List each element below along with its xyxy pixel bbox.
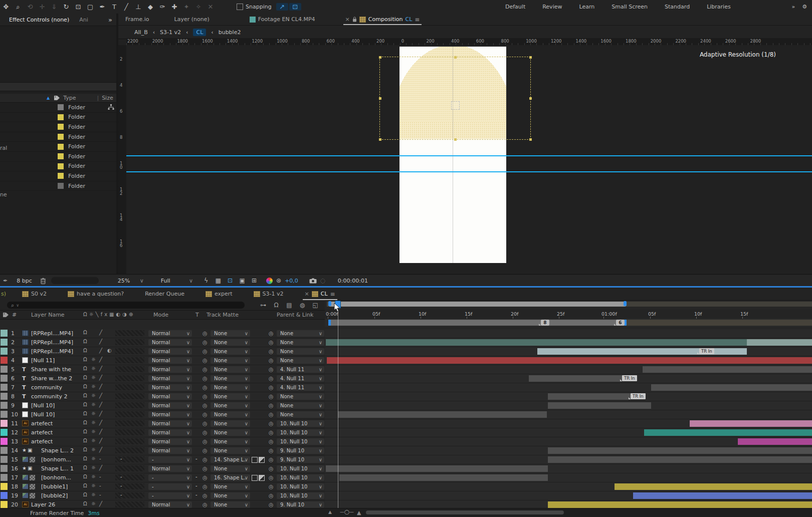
composition-marker-8[interactable]: 8 — [541, 320, 549, 326]
collapse-switch[interactable]: ☼ — [91, 375, 96, 380]
timeline-tab-have-a-question-[interactable]: have a question? — [63, 288, 129, 300]
trash-icon[interactable] — [40, 278, 46, 284]
track-matte-dropdown[interactable]: None∨ — [211, 492, 250, 499]
collapse-switch[interactable]: ☼ — [91, 420, 96, 425]
layer-label-chip[interactable] — [1, 447, 8, 454]
marquee-blue-tool-icon[interactable]: ⊡ — [289, 3, 301, 11]
snapping-checkbox[interactable] — [237, 4, 243, 10]
track-matte-dropdown[interactable]: None∨ — [211, 375, 250, 382]
blend-mode-dropdown[interactable]: Normal∨ — [148, 348, 192, 355]
selection-handle[interactable] — [379, 138, 381, 141]
layer-row-12[interactable]: 12AiartefectΩ☼╱Normal∨◎None∨◎10. Null 10… — [0, 428, 325, 437]
parent-pickwhip-icon[interactable]: ◎ — [269, 429, 274, 436]
shy-switch[interactable]: Ω — [83, 402, 87, 407]
layer-duration-bar[interactable] — [738, 438, 812, 445]
breadcrumb-item-cl[interactable]: CL — [193, 29, 206, 36]
layer-row-3[interactable]: 3[RPRepl....MP4]Ω╱◐Normal∨◎None∨◎None∨ — [0, 347, 325, 356]
trkmat-t-column-header[interactable]: T — [195, 312, 199, 318]
track-matte-pickwhip-icon[interactable]: ◎ — [202, 447, 208, 454]
cyan-guide-1[interactable] — [126, 155, 812, 156]
preserve-transparency-toggle[interactable]: - — [195, 474, 197, 479]
layer-row-8[interactable]: 8Tcommunity 2Ω☼╱Normal∨◎None∨◎None∨ — [0, 392, 325, 401]
parent-link-dropdown[interactable]: 9. Null 10∨ — [277, 447, 324, 454]
zoom-tool-icon[interactable]: ⌕ — [12, 3, 24, 11]
timeline-track-18[interactable] — [325, 482, 812, 491]
collapse-switch[interactable]: ☼ — [91, 411, 96, 416]
time-navigator-bar[interactable] — [328, 302, 627, 307]
alpha-matte-icon[interactable] — [252, 457, 258, 463]
blend-mode-dropdown[interactable]: Normal∨ — [148, 438, 192, 445]
timeline-tab-expert[interactable]: expert — [200, 288, 238, 300]
layer-row-16[interactable]: 16★▣Shape L... 1Ω☼╱Normal∨◎None∨◎10. Nul… — [0, 464, 325, 473]
parent-link-dropdown[interactable]: 9. Null 10∨ — [277, 456, 324, 463]
timeline-track-19[interactable] — [325, 491, 812, 500]
layer-row-9[interactable]: 9[Null 10]Ω☼╱Normal∨◎None∨◎None∨ — [0, 401, 325, 410]
collapse-switch[interactable]: ☼ — [91, 465, 96, 470]
parent-link-column-header[interactable]: Parent & Link — [277, 312, 313, 318]
layer-duration-bar[interactable] — [338, 411, 547, 418]
parent-link-dropdown[interactable]: 9. Null 10∨ — [277, 501, 324, 508]
layer-row-7[interactable]: 7TcommunityΩ☼╱Normal∨◎None∨◎4. Null 11∨ — [0, 383, 325, 392]
track-matte-dropdown[interactable]: None∨ — [211, 393, 250, 400]
parent-pickwhip-icon[interactable]: ◎ — [269, 501, 274, 508]
shy-switch[interactable]: Ω — [83, 366, 87, 371]
collapse-switch[interactable]: ☼ — [91, 501, 96, 506]
project-folder-row[interactable]: Folder — [0, 142, 116, 152]
alpha-matte-icon[interactable] — [252, 475, 258, 481]
track-matte-pickwhip-icon[interactable]: ◎ — [202, 357, 208, 364]
quality-switch[interactable]: ╱ — [99, 465, 102, 470]
quality-switch[interactable]: ╱ — [99, 411, 102, 416]
parent-link-dropdown[interactable]: 10. Null 10∨ — [277, 420, 324, 427]
collapse-switch[interactable]: ☼ — [91, 366, 96, 371]
layer-name[interactable]: [bonhom... — [41, 474, 71, 481]
blend-mode-dropdown[interactable]: Normal∨ — [148, 465, 192, 472]
pen-tool-icon[interactable]: ✒ — [96, 3, 108, 11]
layer-name[interactable]: [RPRepl....MP4] — [31, 348, 73, 355]
panel-menu-icon[interactable]: ≡ — [415, 16, 420, 23]
project-folder-row[interactable]: Folder — [0, 122, 116, 132]
show-snapshot-icon[interactable]: ◌ — [317, 277, 329, 284]
timeline-track-4[interactable] — [325, 356, 812, 365]
layer-duration-bar[interactable] — [548, 447, 812, 454]
track-matte-pickwhip-icon[interactable]: ◎ — [202, 348, 208, 355]
layer-row-2[interactable]: 2[RPRepl....MP4]Ω╱Normal∨◎None∨◎None∨ — [0, 338, 325, 347]
transparency-grid-icon[interactable]: ▦ — [212, 277, 224, 284]
blend-mode-dropdown[interactable]: Normal∨ — [148, 501, 192, 508]
folder-label-swatch[interactable] — [58, 153, 64, 159]
shy-switch[interactable]: Ω — [83, 447, 87, 452]
timeline-track-10[interactable] — [325, 410, 812, 419]
project-folder-row[interactable]: Folder — [0, 152, 116, 162]
layer-label-chip[interactable] — [1, 438, 8, 445]
work-area-bar[interactable] — [328, 320, 627, 326]
blend-mode-dropdown[interactable]: Normal∨ — [148, 420, 192, 427]
timeline-track-16[interactable] — [325, 464, 812, 473]
cyan-guide-2[interactable] — [126, 171, 812, 172]
layer-duration-bar[interactable] — [644, 429, 812, 436]
exposure-offset-value[interactable]: +0,0 — [285, 278, 298, 284]
workspace-small-screen[interactable]: Small Screen — [612, 4, 648, 10]
luma-matte-icon[interactable] — [259, 457, 265, 463]
puppet-tool-icon[interactable]: ✚ — [168, 3, 180, 11]
workspace-standard[interactable]: Standard — [665, 4, 690, 10]
parent-pickwhip-icon[interactable]: ◎ — [269, 330, 274, 337]
parent-link-dropdown[interactable]: 4. Null 11∨ — [277, 366, 324, 373]
parent-pickwhip-icon[interactable]: ◎ — [269, 384, 274, 391]
graph-editor-icon[interactable]: ◱ — [309, 302, 322, 309]
stamp-tool-icon[interactable]: ⊥ — [132, 3, 144, 11]
close-tab-icon[interactable]: × — [345, 16, 350, 23]
track-matte-pickwhip-icon[interactable]: ◎ — [202, 366, 208, 373]
track-matte-pickwhip-icon[interactable]: ◎ — [202, 402, 208, 409]
parent-pickwhip-icon[interactable]: ◎ — [269, 492, 274, 499]
eraser-tool-icon[interactable]: ◆ — [144, 3, 156, 11]
parent-pickwhip-icon[interactable]: ◎ — [269, 393, 274, 400]
blend-mode-dropdown[interactable]: Normal∨ — [148, 429, 192, 436]
workspace-overflow-button[interactable]: » — [791, 4, 795, 10]
parent-link-dropdown[interactable]: None∨ — [277, 330, 324, 337]
timeline-track-15[interactable] — [325, 455, 812, 464]
project-name-field[interactable] — [0, 82, 116, 91]
parent-pickwhip-icon[interactable]: ◎ — [269, 402, 274, 409]
quality-switch[interactable]: ╱ — [99, 366, 102, 371]
timeline-zoom-slider[interactable]: —◯— — [340, 509, 354, 514]
collapse-switch[interactable]: ☼ — [91, 429, 96, 434]
timeline-horizontal-scrollbar[interactable] — [366, 510, 564, 514]
